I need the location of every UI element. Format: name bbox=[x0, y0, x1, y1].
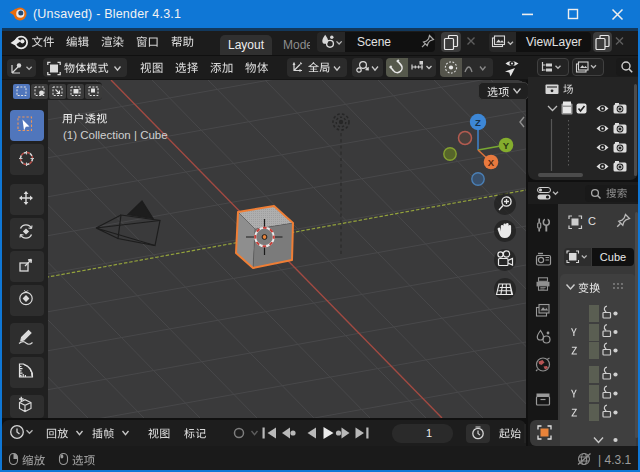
svg-text:Y: Y bbox=[503, 140, 510, 151]
svg-text:Z: Z bbox=[475, 117, 481, 128]
svg-text:X: X bbox=[488, 157, 495, 168]
